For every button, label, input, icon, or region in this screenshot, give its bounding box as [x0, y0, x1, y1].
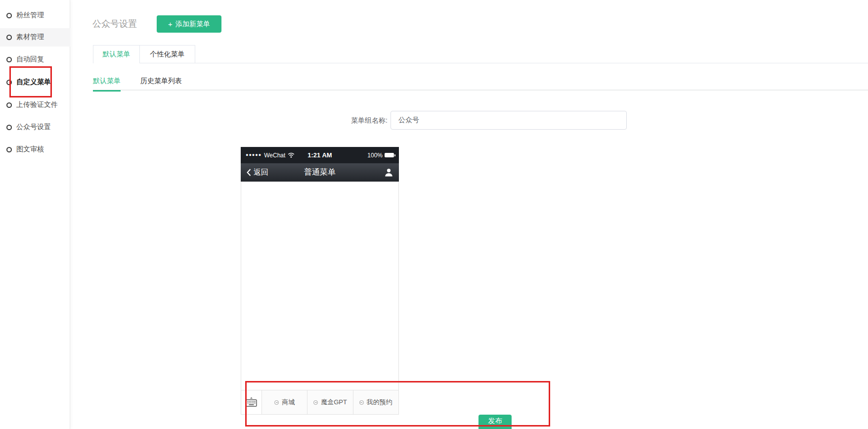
keyboard-toggle-button[interactable] — [241, 390, 262, 414]
primary-tabs: 默认菜单 个性化菜单 — [93, 45, 868, 63]
sidebar-item-label: 图文审核 — [16, 145, 44, 154]
circle-minus-icon — [359, 400, 364, 405]
sidebar-item-label: 自定义菜单 — [16, 78, 51, 87]
circle-icon — [6, 147, 12, 152]
sidebar-item-material-management[interactable]: 素材管理 — [6, 32, 44, 43]
sidebar-item-fans-management[interactable]: 粉丝管理 — [6, 10, 44, 21]
phone-nav-bar: 返回 普通菜单 — [241, 163, 399, 182]
tab-personalized-menu[interactable]: 个性化菜单 — [140, 45, 195, 63]
circle-icon — [6, 102, 12, 108]
menu-group-name-label: 菜单组名称: — [297, 117, 388, 124]
wechat-menu-item-magicbox-gpt[interactable]: 魔盒GPT — [307, 390, 353, 414]
subtab-default-menu[interactable]: 默认菜单 — [93, 72, 121, 91]
keyboard-icon — [245, 397, 258, 407]
menu-group-name-input[interactable] — [391, 111, 627, 130]
battery-icon — [385, 153, 394, 157]
circle-icon — [6, 57, 12, 62]
back-button[interactable]: 返回 — [247, 168, 268, 177]
sidebar: 粉丝管理 素材管理 自动回复 自定义菜单 上传验证文件 公众号设置 图文审核 — [0, 0, 70, 429]
tab-default-menu[interactable]: 默认菜单 — [93, 45, 140, 63]
sidebar-item-label: 公众号设置 — [16, 123, 51, 132]
sidebar-item-label: 粉丝管理 — [16, 11, 44, 20]
chevron-left-icon — [247, 169, 251, 176]
phone-body — [241, 182, 399, 390]
secondary-tabs: 默认菜单 历史菜单列表 — [93, 72, 868, 91]
app-root: 粉丝管理 素材管理 自动回复 自定义菜单 上传验证文件 公众号设置 图文审核 公… — [0, 0, 868, 429]
wechat-menu-item-label: 魔盒GPT — [321, 398, 347, 407]
user-icon — [385, 168, 393, 177]
wechat-menu-item-label: 商城 — [282, 398, 295, 407]
circle-icon — [6, 80, 12, 85]
phone-menu-bar: 商城 魔盒GPT 我的预约 — [241, 390, 399, 415]
phone-preview: ●●●●● WeChat 1:21 AM 100% 返回 — [241, 147, 399, 415]
circle-icon — [6, 125, 12, 130]
circle-icon — [6, 35, 12, 40]
circle-minus-icon — [274, 400, 279, 405]
phone-status-bar: ●●●●● WeChat 1:21 AM 100% — [241, 147, 399, 163]
back-button-label: 返回 — [254, 168, 268, 177]
add-new-menu-button[interactable]: + 添加新菜单 — [157, 15, 221, 33]
wechat-menu-item-my-reservations[interactable]: 我的预约 — [353, 390, 398, 414]
sidebar-item-custom-menu[interactable]: 自定义菜单 — [6, 77, 51, 88]
sidebar-item-auto-reply[interactable]: 自动回复 — [6, 54, 44, 65]
subtab-history-menu-list[interactable]: 历史菜单列表 — [140, 72, 182, 91]
page-title: 公众号设置 — [92, 19, 137, 29]
wechat-menu-item-shop[interactable]: 商城 — [262, 390, 307, 414]
battery-percent: 100% — [367, 152, 383, 159]
status-right: 100% — [367, 152, 394, 159]
sidebar-item-label: 自动回复 — [16, 55, 44, 64]
sidebar-item-upload-verification-file[interactable]: 上传验证文件 — [6, 99, 58, 110]
wechat-menu-item-label: 我的预约 — [367, 398, 392, 407]
sidebar-item-label: 素材管理 — [16, 33, 44, 42]
add-new-menu-button-label: 添加新菜单 — [175, 20, 210, 29]
circle-icon — [6, 13, 12, 18]
sidebar-item-label: 上传验证文件 — [16, 100, 58, 109]
circle-minus-icon — [313, 400, 318, 405]
plus-icon: + — [168, 20, 173, 28]
sidebar-item-article-review[interactable]: 图文审核 — [6, 144, 44, 155]
publish-button[interactable]: 发布 — [478, 415, 512, 429]
sidebar-item-official-account-settings[interactable]: 公众号设置 — [6, 122, 51, 133]
